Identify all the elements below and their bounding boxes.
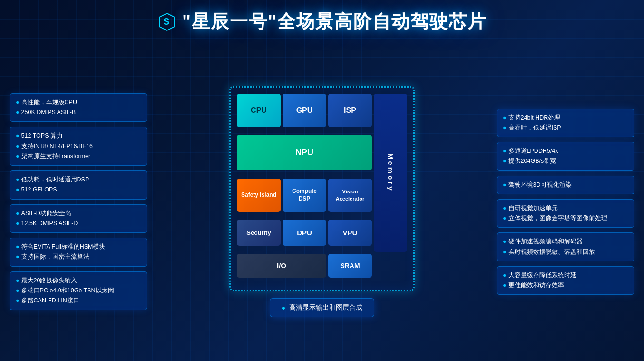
chip-block-io: I/O [237, 254, 326, 278]
left-box-2-line2: ●支持INT8/INT4/FP16/BF16 [16, 141, 141, 151]
left-box-2: ●512 TOPS 算力 ●支持INT8/INT4/FP16/BF16 ●架构原… [10, 127, 147, 166]
right-box-4-line2: ●立体视觉，图像金字塔等图像前处理 [503, 213, 628, 223]
right-box-2-line2: ●提供204GB/s带宽 [503, 156, 628, 166]
bottom-text: 高清显示输出和图层合成 [289, 303, 362, 312]
right-box-4-line1: ●自研视觉加速单元 [503, 203, 628, 213]
bottom-bullet: ● [282, 304, 285, 311]
left-box-3: ●低功耗，低时延通用DSP ●512 GFLOPS [10, 170, 147, 200]
page-wrapper: S "星辰一号"全场景高阶自动驾驶芯片 ●高性能，车规级CPU ●250K DM… [0, 0, 644, 361]
main-content: ●高性能，车规级CPU ●250K DMIPS ASIL-B ●512 TOPS… [0, 42, 644, 361]
left-box-3-line2: ●512 GFLOPS [16, 185, 141, 195]
chip-block-sram: SRAM [328, 254, 372, 278]
right-box-1-line2: ●高吞吐，低延迟ISP [503, 123, 628, 133]
left-box-5-line2: ●支持国际，国密主流算法 [16, 252, 141, 262]
right-box-6: ●大容量缓存降低系统时延 ●更佳能效和访存效率 [497, 266, 634, 295]
chip-block-cpu: CPU [237, 94, 281, 127]
chip-block-gpu: GPU [283, 94, 326, 127]
left-box-1-line2: ●250K DMIPS ASIL-B [16, 108, 141, 118]
chip-block-vision-accelerator: VisionAccelerator [328, 179, 372, 212]
left-box-6: ●最大20路摄像头输入 ●多端口PCIe4.0和10Gb TSN以太网 ●多路C… [10, 271, 147, 311]
left-box-5-line1: ●符合EVITA Full标准的HSM模块 [16, 242, 141, 252]
left-box-6-line3: ●多路CAN-FD,LIN接口 [16, 296, 141, 306]
chip-block-npu: NPU [237, 135, 372, 170]
left-box-6-line1: ●最大20路摄像头输入 [16, 276, 141, 286]
bottom-display-box: ● 高清显示输出和图层合成 [270, 298, 374, 317]
right-box-5-line2: ●实时视频数据脱敏、落盘和回放 [503, 247, 628, 257]
chip-block-isp: ISP [328, 94, 372, 127]
right-box-2: ●多通道LPDDR5/4x ●提供204GB/s带宽 [497, 142, 634, 171]
logo-icon: S [157, 12, 176, 31]
left-box-4-line2: ●12.5K DMIPS ASIL-D [16, 219, 141, 229]
chip-block-compute-dsp: ComputeDSP [283, 179, 326, 212]
chip-block-memory: Memory [374, 94, 407, 252]
right-box-2-line1: ●多通道LPDDR5/4x [503, 146, 628, 156]
left-box-6-line2: ●多端口PCIe4.0和10Gb TSN以太网 [16, 286, 141, 296]
left-box-2-line3: ●架构原生支持Transformer [16, 151, 141, 161]
left-box-1: ●高性能，车规级CPU ●250K DMIPS ASIL-B [10, 93, 147, 122]
left-box-5: ●符合EVITA Full标准的HSM模块 ●支持国际，国密主流算法 [10, 238, 147, 267]
left-box-4: ●ASIL-D功能安全岛 ●12.5K DMIPS ASIL-D [10, 204, 147, 233]
right-box-6-line1: ●大容量缓存降低系统时延 [503, 271, 628, 281]
left-box-3-line1: ●低功耗，低时延通用DSP [16, 175, 141, 185]
right-column: ●支持24bit HDR处理 ●高吞吐，低延迟ISP ●多通道LPDDR5/4x… [497, 109, 634, 295]
title-area: S "星辰一号"全场景高阶自动驾驶芯片 [157, 10, 487, 34]
right-box-3: ●驾驶环境3D可视化渲染 [497, 176, 634, 194]
left-box-4-line1: ●ASIL-D功能安全岛 [16, 209, 141, 219]
chip-block-safety-island: Safety Island [237, 179, 281, 212]
left-box-1-line1: ●高性能，车规级CPU [16, 98, 141, 108]
page-title: "星辰一号"全场景高阶自动驾驶芯片 [182, 10, 487, 34]
right-box-1-line1: ●支持24bit HDR处理 [503, 113, 628, 123]
left-box-2-line1: ●512 TOPS 算力 [16, 131, 141, 141]
right-box-5: ●硬件加速视频编码和解码器 ●实时视频数据脱敏、落盘和回放 [497, 232, 634, 261]
chip-block-vpu: VPU [328, 220, 372, 246]
chip-block-dpu: DPU [283, 220, 326, 246]
chip-diagram: CPU GPU ISP Memory NPU Safety Island Com… [229, 86, 415, 291]
chip-inner: CPU GPU ISP Memory NPU Safety Island Com… [235, 92, 409, 285]
svg-text:S: S [163, 16, 169, 27]
chip-area: CPU GPU ISP Memory NPU Safety Island Com… [147, 86, 497, 317]
right-box-5-line1: ●硬件加速视频编码和解码器 [503, 237, 628, 247]
chip-block-security: Security [237, 220, 281, 246]
right-box-1: ●支持24bit HDR处理 ●高吞吐，低延迟ISP [497, 109, 634, 138]
left-column: ●高性能，车规级CPU ●250K DMIPS ASIL-B ●512 TOPS… [10, 93, 147, 311]
right-box-3-line1: ●驾驶环境3D可视化渲染 [503, 180, 628, 190]
right-box-4: ●自研视觉加速单元 ●立体视觉，图像金字塔等图像前处理 [497, 199, 634, 228]
right-box-6-line2: ●更佳能效和访存效率 [503, 281, 628, 291]
